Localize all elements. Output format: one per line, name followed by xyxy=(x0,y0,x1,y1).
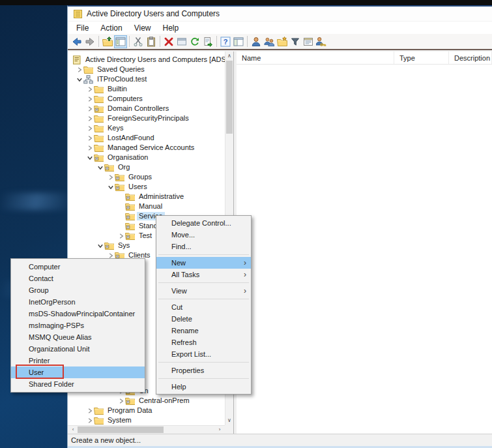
chevron-collapsed-icon[interactable] xyxy=(76,66,83,74)
new-submenu-item-msimaging-psps[interactable]: msImaging-PSPs xyxy=(11,320,145,331)
tree-item-users[interactable]: Users xyxy=(68,182,225,192)
scroll-up-icon[interactable]: ∧ xyxy=(225,52,233,60)
new-submenu-item-shared-folder[interactable]: Shared Folder xyxy=(11,378,145,390)
tree-item-central-onprem[interactable]: Central-onPrem xyxy=(68,396,225,406)
tree-item-itprocloud-test[interactable]: ITProCloud.test xyxy=(68,74,225,84)
context-menu-item-export-list[interactable]: Export List... xyxy=(156,348,251,360)
new-submenu-item-msds-shadowprincipalcontainer[interactable]: msDS-ShadowPrincipalContainer xyxy=(11,308,145,320)
tree-item-builtin[interactable]: Builtin xyxy=(68,84,225,94)
context-menu-item-rename[interactable]: Rename xyxy=(156,325,251,336)
help-button[interactable]: ? xyxy=(219,35,232,48)
new-org-unit-button[interactable] xyxy=(276,35,289,48)
back-button[interactable] xyxy=(70,35,83,48)
menu-help[interactable]: Help xyxy=(157,23,185,33)
console-window-button[interactable] xyxy=(232,35,245,48)
tree-item-label: Domain Controllers xyxy=(106,104,171,113)
chevron-collapsed-icon[interactable] xyxy=(86,105,94,113)
column-header-description[interactable]: Description xyxy=(449,52,492,64)
new-submenu-item-printer[interactable]: Printer xyxy=(11,355,145,366)
new-submenu-item-contact[interactable]: Contact xyxy=(11,273,145,284)
menu-item-label: Properties xyxy=(171,366,204,374)
tree-item-org[interactable]: Org xyxy=(68,162,225,172)
tree-item-system[interactable]: System xyxy=(68,415,225,425)
properties-window-button[interactable] xyxy=(175,35,188,48)
context-menu-item-new[interactable]: New› xyxy=(156,257,251,269)
new-submenu-item-computer[interactable]: Computer xyxy=(11,261,145,273)
chevron-collapsed-icon[interactable] xyxy=(86,407,94,415)
forward-button[interactable] xyxy=(83,35,96,48)
title-bar[interactable]: Active Directory Users and Computers xyxy=(68,7,492,22)
tree-item-saved-queries[interactable]: Saved Queries xyxy=(68,65,225,74)
column-header-type[interactable]: Type xyxy=(394,52,449,64)
filter-button[interactable] xyxy=(289,35,302,48)
tree-item-groups[interactable]: Groups xyxy=(68,172,225,182)
tree-item-domain-controllers[interactable]: Domain Controllers xyxy=(68,104,225,113)
chevron-expanded-icon[interactable] xyxy=(76,76,83,83)
chevron-expanded-icon[interactable] xyxy=(107,183,115,191)
set-permissions-button[interactable] xyxy=(315,35,328,48)
new-submenu-item-msmq-queue-alias[interactable]: MSMQ Queue Alias xyxy=(11,331,145,343)
menu-action[interactable]: Action xyxy=(94,23,128,33)
chevron-collapsed-icon[interactable] xyxy=(107,173,115,181)
export-list-button[interactable] xyxy=(201,35,214,48)
horizontal-scroll-thumb[interactable] xyxy=(78,426,164,433)
context-menu-item-delete[interactable]: Delete xyxy=(156,313,251,325)
chevron-expanded-icon[interactable] xyxy=(86,154,94,162)
chevron-collapsed-icon[interactable] xyxy=(86,417,94,425)
context-menu-item-view[interactable]: View› xyxy=(156,285,251,297)
new-submenu-item-group[interactable]: Group xyxy=(11,284,145,296)
chevron-expanded-icon[interactable] xyxy=(96,164,104,172)
context-menu-item-cut[interactable]: Cut xyxy=(156,301,251,313)
chevron-collapsed-icon[interactable] xyxy=(117,397,125,405)
new-submenu-item-inetorgperson[interactable]: InetOrgPerson xyxy=(11,296,145,308)
new-submenu-item-organizational-unit[interactable]: Organizational Unit xyxy=(11,343,145,355)
cut-button[interactable] xyxy=(132,35,145,48)
chevron-collapsed-icon[interactable] xyxy=(86,115,94,123)
chevron-expanded-icon[interactable] xyxy=(96,242,104,250)
context-menu-item-delegate-control[interactable]: Delegate Control... xyxy=(156,217,251,229)
tree-item-foreignsecurityprincipals[interactable]: ForeignSecurityPrincipals xyxy=(68,113,225,123)
tree-item-label: Managed Service Accounts xyxy=(106,143,196,152)
chevron-collapsed-icon[interactable] xyxy=(86,85,94,93)
tree-item-manual[interactable]: Manual xyxy=(68,202,225,211)
view-options-button[interactable] xyxy=(302,35,315,48)
paste-button[interactable] xyxy=(145,35,158,48)
context-menu-item-move[interactable]: Move... xyxy=(156,229,251,241)
context-menu-item-find[interactable]: Find... xyxy=(156,241,251,252)
ou-icon xyxy=(125,192,135,201)
tree-item-label: Groups xyxy=(126,173,154,181)
context-menu-item-help[interactable]: Help xyxy=(156,381,251,393)
up-one-level-button[interactable] xyxy=(101,35,114,48)
scroll-down-icon[interactable]: ∨ xyxy=(225,417,233,425)
chevron-collapsed-icon[interactable] xyxy=(86,125,94,132)
scroll-right-icon[interactable]: › xyxy=(216,426,224,434)
chevron-collapsed-icon[interactable] xyxy=(117,232,125,240)
tree-item-lostandfound[interactable]: LostAndFound xyxy=(68,133,225,143)
tree-item-program-data[interactable]: Program Data xyxy=(68,406,225,415)
chevron-spacer xyxy=(117,213,125,220)
context-menu-item-all-tasks[interactable]: All Tasks› xyxy=(156,269,251,280)
context-menu-item-refresh[interactable]: Refresh xyxy=(156,336,251,348)
chevron-collapsed-icon[interactable] xyxy=(86,95,94,103)
vertical-scroll-thumb[interactable] xyxy=(226,61,233,134)
tree-item-active-directory-users-and-computers-ads01-itp[interactable]: Active Directory Users and Computers [AD… xyxy=(68,55,225,65)
tree-item-managed-service-accounts[interactable]: Managed Service Accounts xyxy=(68,143,225,153)
new-submenu-item-user[interactable]: User xyxy=(11,366,145,378)
menu-file[interactable]: File xyxy=(70,23,94,33)
chevron-collapsed-icon[interactable] xyxy=(86,134,94,142)
tree-item-administrative[interactable]: Administrative xyxy=(68,192,225,202)
menu-view[interactable]: View xyxy=(128,23,157,33)
new-user-button[interactable] xyxy=(250,35,263,48)
context-menu-item-properties[interactable]: Properties xyxy=(156,365,251,376)
tree-item-organisation[interactable]: Organisation xyxy=(68,153,225,162)
scroll-left-icon[interactable]: ‹ xyxy=(69,426,77,434)
column-header-name[interactable]: Name xyxy=(237,52,394,64)
tree-item-keys[interactable]: Keys xyxy=(68,123,225,133)
tree-horizontal-scrollbar[interactable]: ‹ › xyxy=(68,425,225,434)
show-console-tree-button[interactable] xyxy=(114,35,127,48)
refresh-button[interactable] xyxy=(188,35,201,48)
chevron-collapsed-icon[interactable] xyxy=(86,144,94,152)
new-group-button[interactable] xyxy=(263,35,276,48)
tree-item-computers[interactable]: Computers xyxy=(68,94,225,104)
delete-button[interactable] xyxy=(162,35,175,48)
